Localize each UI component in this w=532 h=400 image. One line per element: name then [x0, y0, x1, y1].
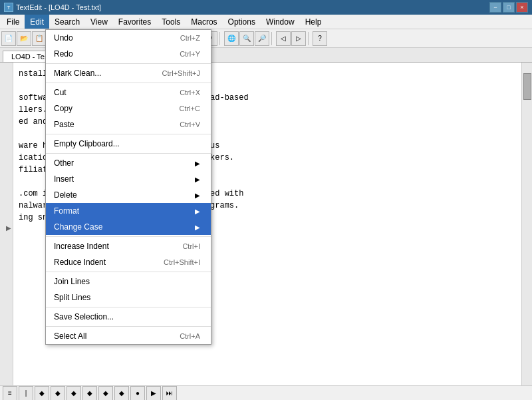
menu-paste[interactable]: Paste Ctrl+V: [46, 116, 211, 132]
maximize-button[interactable]: □: [503, 2, 515, 13]
menu-change-case[interactable]: Change Case ▶: [46, 219, 211, 235]
menu-other[interactable]: Other ▶: [46, 155, 211, 171]
menu-mark-clean-label: Mark Clean...: [54, 69, 101, 78]
edit-dropdown-menu[interactable]: Undo Ctrl+Z Redo Ctrl+Y Mark Clean... Ct…: [45, 29, 211, 345]
zoom-in[interactable]: 🔍: [239, 31, 254, 46]
bottom-btn3[interactable]: ◆: [35, 386, 49, 401]
menu-reduce-indent-label: Reduce Indent: [54, 258, 106, 267]
menu-insert[interactable]: Insert ▶: [46, 171, 211, 187]
menu-insert-label: Insert: [54, 174, 74, 184]
menu-split-lines[interactable]: Split Lines: [46, 290, 211, 305]
menu-empty-clipboard[interactable]: Empty Clipboard...: [46, 136, 211, 152]
menu-redo[interactable]: Redo Ctrl+Y: [46, 46, 211, 62]
menu-save-selection-label: Save Selection...: [54, 312, 114, 321]
bottom-btn6[interactable]: ◆: [82, 386, 97, 401]
menu-select-all[interactable]: Select All Ctrl+A: [46, 328, 211, 344]
menu-undo[interactable]: Undo Ctrl+Z: [46, 30, 211, 46]
menu-mark-clean[interactable]: Mark Clean... Ctrl+Shift+J: [46, 65, 211, 81]
menu-save-selection[interactable]: Save Selection...: [46, 309, 211, 325]
close-button[interactable]: ×: [516, 2, 528, 13]
menu-insert-arrow: ▶: [195, 176, 200, 183]
menu-increase-indent-shortcut: Ctrl+I: [182, 242, 200, 250]
menu-split-lines-label: Split Lines: [54, 293, 90, 302]
web[interactable]: 🌐: [224, 31, 239, 46]
menu-copy-shortcut: Ctrl+C: [180, 104, 200, 112]
bottom-btn8[interactable]: ◆: [114, 386, 129, 401]
sep2: [46, 83, 211, 83]
menu-delete-arrow: ▶: [195, 192, 200, 199]
bottom-btn9[interactable]: ●: [130, 386, 145, 401]
menu-tools[interactable]: Tools: [156, 15, 186, 29]
zoom-out[interactable]: 🔎: [255, 31, 269, 46]
bottom-btn2[interactable]: |: [19, 386, 33, 401]
menu-delete-label: Delete: [54, 190, 77, 200]
bottom-btn10[interactable]: ▶: [146, 386, 161, 401]
menu-redo-shortcut: Ctrl+Y: [180, 50, 200, 58]
bottom-btn4[interactable]: ◆: [51, 386, 65, 401]
menu-help[interactable]: Help: [300, 15, 327, 29]
sep6: [46, 272, 211, 272]
title-bar-left: T TextEdit - [LO4D - Test.txt]: [4, 3, 101, 12]
toolbar-nav2[interactable]: ▷: [291, 31, 306, 46]
title-bar-controls[interactable]: − □ ×: [489, 2, 528, 13]
menu-view[interactable]: View: [85, 15, 113, 29]
bottom-btn5[interactable]: ◆: [66, 386, 81, 401]
help-btn[interactable]: ?: [313, 31, 327, 46]
menu-select-all-shortcut: Ctrl+A: [180, 332, 200, 340]
menu-cut-label: Cut: [54, 88, 66, 97]
new-button[interactable]: 📄: [1, 31, 16, 46]
menu-macros[interactable]: Macros: [186, 15, 222, 29]
toolbar-sep5: [271, 32, 274, 45]
menu-reduce-indent-shortcut: Ctrl+Shift+I: [164, 258, 200, 266]
menu-other-arrow: ▶: [195, 160, 200, 167]
menu-paste-label: Paste: [54, 120, 74, 129]
toolbar-nav1[interactable]: ◁: [276, 31, 291, 46]
menu-change-case-label: Change Case: [54, 222, 102, 232]
toolbar-extra[interactable]: 📋: [32, 31, 47, 46]
sep1: [46, 63, 211, 64]
left-gutter: ▶: [0, 63, 13, 385]
right-scrollbar[interactable]: [521, 63, 532, 385]
menu-undo-shortcut: Ctrl+Z: [180, 34, 200, 42]
menu-favorites[interactable]: Favorites: [113, 15, 156, 29]
sep7: [46, 307, 211, 307]
menu-bar: File Edit Search View Favorites Tools Ma…: [0, 15, 532, 29]
sep3: [46, 134, 211, 134]
menu-empty-clipboard-label: Empty Clipboard...: [54, 139, 120, 148]
window-title: TextEdit - [LO4D - Test.txt]: [16, 3, 101, 11]
open-button[interactable]: 📂: [17, 31, 31, 46]
menu-window[interactable]: Window: [261, 15, 300, 29]
menu-edit[interactable]: Edit: [25, 15, 49, 29]
menu-mark-clean-shortcut: Ctrl+Shift+J: [162, 69, 200, 77]
menu-redo-label: Redo: [54, 49, 73, 59]
menu-copy[interactable]: Copy Ctrl+C: [46, 100, 211, 116]
menu-cut[interactable]: Cut Ctrl+X: [46, 85, 211, 100]
scrollbar-thumb[interactable]: [523, 73, 531, 100]
menu-format-label: Format: [54, 206, 79, 216]
minimize-button[interactable]: −: [489, 2, 501, 13]
menu-reduce-indent[interactable]: Reduce Indent Ctrl+Shift+I: [46, 254, 211, 270]
toolbar-sep4: [219, 32, 222, 45]
bottom-btn7[interactable]: ◆: [98, 386, 113, 401]
menu-paste-shortcut: Ctrl+V: [180, 120, 200, 128]
menu-format[interactable]: Format ▶: [46, 203, 211, 219]
menu-increase-indent-label: Increase Indent: [54, 242, 109, 251]
menu-search[interactable]: Search: [49, 15, 85, 29]
menu-undo-label: Undo: [54, 33, 73, 43]
left-arrow-icon: ▶: [6, 224, 11, 232]
menu-delete[interactable]: Delete ▶: [46, 187, 211, 203]
menu-options[interactable]: Options: [223, 15, 261, 29]
bottom-toolbar: ≡ | ◆ ◆ ◆ ◆ ◆ ◆ ● ▶ ⏭: [0, 385, 532, 400]
bottom-btn11[interactable]: ⏭: [162, 386, 177, 401]
menu-format-arrow: ▶: [195, 208, 200, 215]
menu-other-label: Other: [54, 158, 74, 168]
menu-increase-indent[interactable]: Increase Indent Ctrl+I: [46, 238, 211, 254]
menu-file[interactable]: File: [1, 15, 25, 29]
toolbar-sep6: [308, 32, 311, 45]
bottom-btn1[interactable]: ≡: [3, 386, 17, 401]
menu-join-lines[interactable]: Join Lines: [46, 274, 211, 290]
sep5: [46, 236, 211, 237]
menu-join-lines-label: Join Lines: [54, 277, 90, 286]
sep8: [46, 326, 211, 327]
menu-change-case-arrow: ▶: [195, 224, 200, 231]
